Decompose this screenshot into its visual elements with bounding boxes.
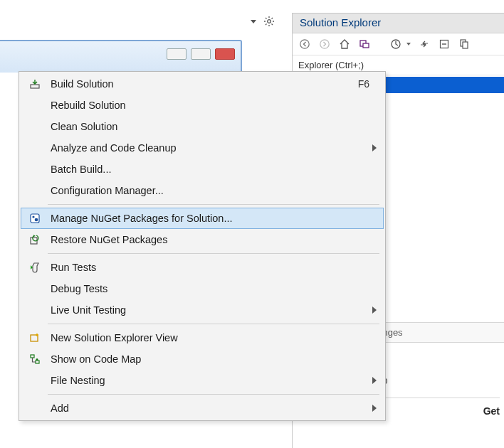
svg-point-9 [300,40,309,48]
nuget-icon [25,211,45,225]
toolbar-dropdown-icon[interactable] [251,20,256,23]
svg-line-6 [272,24,273,26]
menu-debug-tests[interactable]: Debug Tests [21,278,384,299]
menu-show-code-map[interactable]: Show on Code Map [21,348,384,370]
submenu-arrow-icon [372,144,377,151]
svg-rect-18 [31,85,39,88]
menu-separator [48,253,379,254]
new-view-icon [25,331,45,345]
collapse-all-icon[interactable] [438,38,451,50]
menu-manage-nuget[interactable]: Manage NuGet Packages for Solution... [21,208,384,229]
submenu-arrow-icon [372,405,377,412]
svg-rect-12 [363,43,369,48]
shortcut-text: F6 [358,78,377,90]
run-tests-icon [25,260,45,274]
close-icon [215,48,235,60]
restore-packages-icon [25,233,45,247]
solution-explorer-title: Solution Explorer [293,14,504,33]
search-hint-text: Explorer (Ctrl+;) [298,60,364,70]
svg-point-20 [32,215,34,218]
menu-separator [48,324,379,324]
menu-batch-build[interactable]: Batch Build... [21,159,384,180]
build-icon [25,77,45,91]
pending-changes-filter-icon[interactable] [389,38,402,50]
submenu-arrow-icon [372,377,377,384]
minimize-icon [167,48,187,60]
code-map-icon [25,352,45,366]
menu-rebuild-solution[interactable]: Rebuild Solution [21,95,384,116]
window-control-buttons [167,48,235,60]
sync-icon[interactable] [418,38,431,50]
switch-views-icon[interactable] [358,38,371,50]
maximize-icon [191,48,211,60]
menu-configuration-manager[interactable]: Configuration Manager... [21,180,384,201]
svg-rect-17 [463,42,468,48]
menu-live-unit-testing[interactable]: Live Unit Testing [21,299,384,321]
chevron-down-icon[interactable] [406,43,411,46]
svg-rect-24 [31,355,34,358]
menu-run-tests[interactable]: Run Tests [21,257,384,278]
menu-new-solution-view[interactable]: New Solution Explorer View [21,327,384,348]
svg-line-5 [266,18,267,19]
submenu-arrow-icon [372,306,377,314]
svg-point-10 [320,40,329,48]
designer-preview [0,40,242,73]
svg-point-21 [35,218,38,222]
show-all-files-icon[interactable] [458,38,471,50]
menu-file-nesting[interactable]: File Nesting [21,370,384,391]
nav-back-icon[interactable] [298,38,311,50]
solution-explorer-toolbar [293,33,504,55]
menu-clean-solution[interactable]: Clean Solution [21,116,384,137]
svg-rect-25 [36,361,39,363]
svg-line-8 [272,18,273,19]
solution-context-menu: Build Solution F6 Rebuild Solution Clean… [19,71,386,421]
menu-add[interactable]: Add [21,398,384,419]
menu-separator [48,204,379,205]
svg-point-0 [268,20,271,23]
menu-analyze-cleanup[interactable]: Analyze and Code Cleanup [21,137,384,159]
svg-line-7 [266,24,267,26]
home-icon[interactable] [338,38,351,50]
nav-forward-icon[interactable] [318,38,331,50]
menu-separator [48,394,379,395]
gear-icon[interactable] [263,16,275,27]
menu-restore-nuget[interactable]: Restore NuGet Packages [21,229,384,250]
svg-rect-19 [31,214,39,223]
menu-build-solution[interactable]: Build Solution F6 [21,73,384,95]
